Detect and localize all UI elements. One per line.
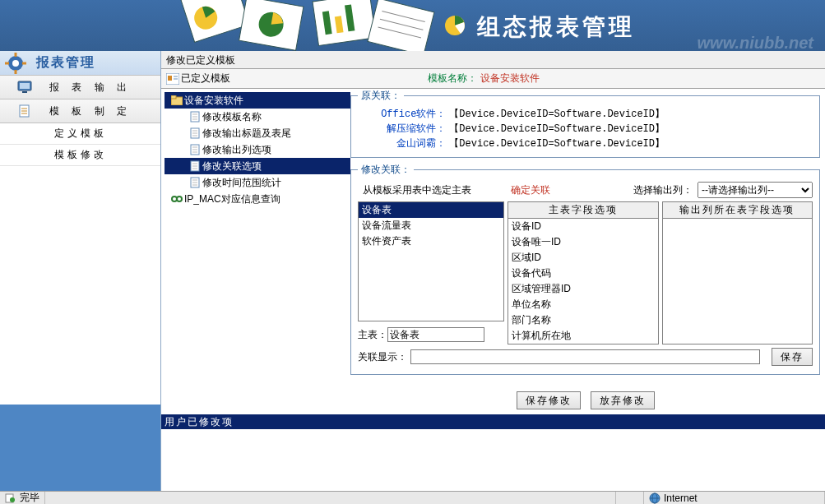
doc-icon [188,144,202,155]
internet-zone-icon [649,492,660,504]
template-bar-label: 已定义模板 [181,72,230,86]
content-area: 修改已定义模板 已定义模板 模板名称： 设备安装软件 设备安装软件 修改模板名称… [160,51,825,491]
list-item[interactable]: 设备ID [508,219,658,234]
app-title: 组态报表管理 [477,12,635,43]
tree-child-item[interactable]: 修改输出列选项 [165,141,350,158]
list-item[interactable]: 区域管理器ID [508,281,658,297]
template-name-label: 模板名称： [428,72,477,86]
select-output-col-label: 选择输出列： [628,183,698,197]
assoc-row: 解压缩软件：【Device.DeviceID=Software.DeviceID… [358,121,813,136]
assoc-row: 金山词霸：【Device.DeviceID=Software.DeviceID】 [358,136,813,150]
sidebar-title: 报表管理 [36,54,95,72]
banner: 组态报表管理 www.niubb.net [0,0,825,51]
sidebar-item-label: 模 板 制 定 [49,104,132,118]
svg-rect-20 [20,83,30,89]
assoc-key: 解压缩软件： [387,122,446,136]
output-column-select[interactable]: --请选择输出列-- [698,182,813,198]
decorative-papers-icon [173,0,436,51]
original-association-group: 原关联： Office软件：【Device.DeviceID=Software.… [350,89,820,158]
svg-rect-8 [368,0,434,51]
assoc-toolbar: 从模板采用表中选定主表 确定关联 选择输出列： --请选择输出列-- [358,180,813,200]
output-fields-listbox[interactable]: 输出列所在表字段选项 [662,201,813,344]
sidebar-item-template-define[interactable]: 模 板 制 定 [0,99,160,123]
sidebar-subitem-modify-template[interactable]: 模板修改 [0,145,160,166]
relation-show-input[interactable] [410,349,760,364]
tree-child-item[interactable]: 修改输出标题及表尾 [165,125,350,141]
gear-icon [0,51,36,76]
doc-icon [188,111,202,123]
tree-child-item[interactable]: 修改关联选项 [165,158,350,174]
tree-child-item[interactable]: 修改时间范围统计 [165,174,350,191]
modify-association-legend: 修改关联： [358,163,414,177]
list-item[interactable]: 单位名称 [508,297,658,312]
assoc-value: 【Device.DeviceID=Software.DeviceID】 [449,107,665,121]
save-relation-button[interactable]: 保存 [772,348,813,366]
main-tables-listbox[interactable]: 设备表设备流量表软件资产表 [358,201,504,321]
pie-logo-icon [444,15,466,36]
tree-extra-label: IP_MAC对应信息查询 [184,192,280,206]
tree-root[interactable]: 设备安装软件 [165,92,350,109]
list-item[interactable]: 软件资产表 [359,234,503,249]
svg-point-55 [10,497,15,502]
sidebar-item-report-output[interactable]: 报 表 输 出 [0,75,160,99]
status-done: 完毕 [0,492,45,504]
assoc-row: Office软件：【Device.DeviceID=Software.Devic… [358,106,813,121]
main-table-input[interactable] [387,327,484,342]
sidebar-item-label: 报 表 输 出 [49,81,132,95]
doc-icon [188,177,202,188]
list-item[interactable]: 计算机所在地 [508,328,658,344]
relation-show-row: 关联显示： 保存 [358,346,813,368]
status-zone: Internet [644,492,825,504]
list-item[interactable]: 设备流量表 [359,218,503,234]
list-item[interactable]: 设备表 [359,202,503,218]
tree-child-label: 修改模板名称 [202,110,262,124]
assoc-value: 【Device.DeviceID=Software.DeviceID】 [449,136,665,150]
select-main-table-text: 从模板采用表中选定主表 [358,183,506,197]
svg-rect-4 [313,0,376,45]
svg-point-14 [12,60,19,67]
list-item[interactable]: 设备唯一ID [508,234,658,250]
doc-icon [188,127,202,139]
template-tree: 设备安装软件 修改模板名称修改输出标题及表尾修改输出列选项修改关联选项修改时间范… [161,89,350,368]
tree-child-item[interactable]: 修改模板名称 [165,109,350,125]
modify-association-group: 修改关联： 从模板采用表中选定主表 确定关联 选择输出列： --请选择输出列--… [350,163,820,375]
id-card-icon [165,73,181,85]
svg-rect-21 [22,91,27,93]
tree-child-label: 修改输出列选项 [202,143,271,157]
tree-root-label: 设备安装软件 [184,94,243,108]
relation-show-label: 关联显示： [358,350,407,364]
confirm-association-link[interactable]: 确定关联 [506,183,555,197]
tree-child-label: 修改输出标题及表尾 [202,127,291,141]
list-item[interactable]: 设备代码 [508,266,658,281]
folder-icon [169,95,184,105]
main-fields-listbox[interactable]: 主表字段选项 设备ID设备唯一ID区域ID设备代码区域管理器ID单位名称部门名称… [508,201,659,344]
lists-row: 设备表设备流量表软件资产表 主表： 主表字段选项 设备ID设备唯一ID区域ID设… [358,201,813,344]
monitor-icon [0,81,49,94]
doc-icon [188,160,202,172]
form-column: 原关联： Office软件：【Device.DeviceID=Software.… [350,89,820,368]
status-bar: 完毕 Internet [0,491,825,504]
watermark: www.niubb.net [698,34,813,51]
template-bar: 已定义模板 模板名称： 设备安装软件 [161,69,825,89]
tree-child-label: 修改关联选项 [202,160,262,173]
sidebar: 报表管理 报 表 输 出 模 板 制 定 定义模板 模板修改 [0,51,160,491]
sidebar-subitem-define-template[interactable]: 定义模板 [0,123,160,145]
list-item[interactable]: 部门名称 [508,312,658,328]
assoc-key: 金山词霸： [396,136,446,150]
discard-changes-button[interactable]: 放弃修改 [591,391,655,409]
assoc-value: 【Device.DeviceID=Software.DeviceID】 [449,122,665,136]
page-done-icon [5,493,16,503]
list-item[interactable]: 区域ID [508,250,658,266]
breadcrumb: 修改已定义模板 [161,51,825,69]
save-changes-button[interactable]: 保存修改 [517,391,581,409]
output-fields-header: 输出列所在表字段选项 [663,202,813,219]
template-name-value: 设备安装软件 [480,72,540,86]
main-table-label: 主表： [358,328,387,342]
svg-rect-27 [168,76,172,81]
page-icon [0,104,49,118]
svg-rect-31 [171,95,176,99]
sidebar-header: 报表管理 [0,51,160,76]
status-done-text: 完毕 [20,491,39,504]
assoc-key: Office软件： [381,107,446,121]
tree-extra-item[interactable]: IP_MAC对应信息查询 [165,191,350,207]
